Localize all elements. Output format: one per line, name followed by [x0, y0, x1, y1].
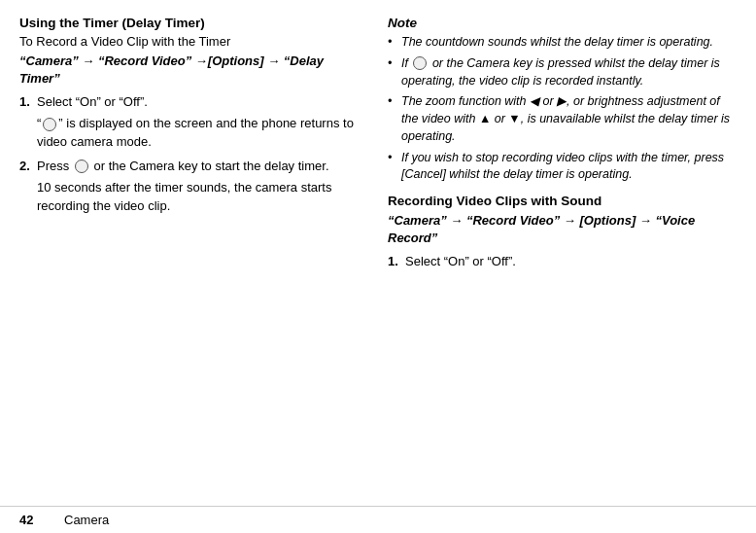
step-item-1: 1. Select “On” or “Off”. “” is displayed…: [19, 93, 361, 152]
note-item-1: • The countdown sounds whilst the delay …: [388, 34, 737, 52]
note-text-2: If or the Camera key is pressed whilst t…: [401, 55, 737, 90]
step-content-right-1: Select “On” or “Off”.: [405, 253, 737, 271]
camera-mode-icon: [43, 118, 56, 131]
section-title-left: Using the Timer (Delay Timer): [19, 16, 361, 30]
section-subtitle-left: To Record a Video Clip with the Timer: [19, 34, 361, 49]
step-main-2: Press or the Camera key to start the del…: [37, 159, 329, 173]
circle-button-icon: [75, 160, 88, 173]
page-container: Using the Timer (Delay Timer) To Record …: [0, 0, 756, 533]
left-column: Using the Timer (Delay Timer) To Record …: [19, 16, 378, 496]
step-content-2: Press or the Camera key to start the del…: [37, 158, 361, 216]
note-text-3: The zoom function with ◀ or ▶, or bright…: [401, 93, 737, 145]
menu-path-text: “Camera” → “Record Video” →[Options] → “…: [19, 53, 324, 86]
step-number-1: 1.: [19, 93, 37, 152]
footer-title: Camera: [64, 513, 109, 527]
note-section: Note • The countdown sounds whilst the d…: [388, 16, 737, 184]
note-text-4: If you wish to stop recording video clip…: [401, 150, 737, 185]
step-number-2: 2.: [19, 158, 37, 216]
note-bullet-1: •: [388, 34, 397, 52]
note-list: • The countdown sounds whilst the delay …: [388, 34, 737, 184]
note-text-1: The countdown sounds whilst the delay ti…: [401, 34, 737, 52]
menu-path-right: “Camera” → “Record Video” → [Options] → …: [388, 212, 737, 247]
step-sub-1: “” is displayed on the screen and the ph…: [37, 115, 361, 152]
step-sub-2: 10 seconds after the timer sounds, the c…: [37, 179, 361, 216]
right-column: Note • The countdown sounds whilst the d…: [378, 16, 737, 496]
content-area: Using the Timer (Delay Timer) To Record …: [0, 0, 756, 506]
note-item-3: • The zoom function with ◀ or ▶, or brig…: [388, 93, 737, 145]
step-item-right-1: 1. Select “On” or “Off”.: [388, 253, 737, 271]
note-title: Note: [388, 16, 737, 30]
step-item-2: 2. Press or the Camera key to start the …: [19, 158, 361, 216]
step-main-right-1: Select “On” or “Off”.: [405, 254, 516, 268]
note-bullet-2: •: [388, 55, 397, 73]
menu-path-left: “Camera” → “Record Video” →[Options] → “…: [19, 53, 361, 88]
note-item-2: • If or the Camera key is pressed whilst…: [388, 55, 737, 90]
step-main-1: Select “On” or “Off”.: [37, 94, 148, 109]
section-title-right: Recording Video Clips with Sound: [388, 194, 737, 208]
footer: 42 Camera: [0, 506, 756, 533]
circle-button-icon-2: [413, 56, 427, 70]
step-content-1: Select “On” or “Off”. “” is displayed on…: [37, 93, 361, 152]
note-item-4: • If you wish to stop recording video cl…: [388, 150, 737, 185]
note-bullet-3: •: [388, 93, 397, 111]
page-number: 42: [19, 513, 49, 527]
note-bullet-4: •: [388, 150, 397, 167]
steps-list-left: 1. Select “On” or “Off”. “” is displayed…: [19, 93, 361, 215]
step-number-right-1: 1.: [388, 253, 405, 271]
